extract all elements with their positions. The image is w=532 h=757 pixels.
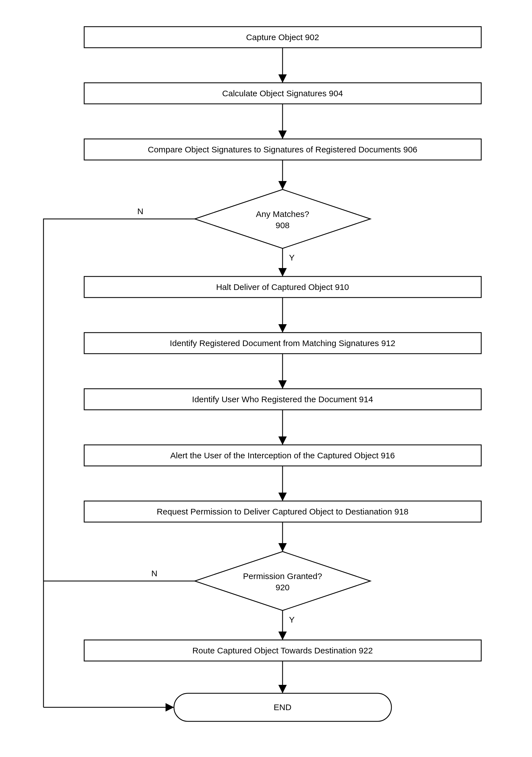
n914-ref: 914 <box>359 395 373 404</box>
edge-922-end <box>278 661 287 693</box>
n920-ref: 920 <box>276 583 290 592</box>
edge-902-904 <box>278 48 287 83</box>
svg-marker-30 <box>278 324 287 333</box>
n904-ref: 904 <box>329 89 343 98</box>
edge-904-906 <box>278 104 287 139</box>
label-920-yes: Y <box>289 615 295 624</box>
n910-ref: 910 <box>335 282 349 292</box>
svg-marker-32 <box>278 380 287 389</box>
edge-920-922-yes: Y <box>278 611 295 640</box>
process-identify-user: Identify User Who Registered the Documen… <box>84 389 481 410</box>
svg-marker-26 <box>278 181 287 190</box>
svg-text:Identify Registered Document f: Identify Registered Document from Matchi… <box>170 339 395 348</box>
n912-text: Identify Registered Document from Matchi… <box>170 339 379 348</box>
process-capture-object: Capture Object 902 <box>84 27 481 48</box>
edge-916-918 <box>278 466 287 501</box>
n916-text: Alert the User of the Interception of th… <box>170 451 379 460</box>
svg-text:Route Captured Object Towards : Route Captured Object Towards Destinatio… <box>192 646 372 655</box>
n902-text: Capture Object <box>246 33 303 42</box>
n912-ref: 912 <box>381 339 395 348</box>
decision-permission-granted: Permission Granted? 920 <box>195 552 370 611</box>
n910-text: Halt Deliver of Captured Object <box>216 282 333 292</box>
process-calculate-signatures: Calculate Object Signatures 904 <box>84 83 481 104</box>
label-908-no: N <box>137 207 143 216</box>
n922-ref: 922 <box>359 646 373 655</box>
label-920-no: N <box>151 569 158 578</box>
process-alert-user: Alert the User of the Interception of th… <box>84 445 481 466</box>
n904-text: Calculate Object Signatures <box>222 89 327 98</box>
svg-text:Halt Deliver of Captured Objec: Halt Deliver of Captured Object 910 <box>216 282 349 292</box>
svg-marker-40 <box>278 631 287 640</box>
svg-text:Request Permission to Deliver : Request Permission to Deliver Captured O… <box>157 507 408 516</box>
process-compare-signatures: Compare Object Signatures to Signatures … <box>84 139 481 160</box>
svg-text:Alert the User of the Intercep: Alert the User of the Interception of th… <box>170 451 395 460</box>
edge-918-920 <box>278 522 287 552</box>
svg-marker-24 <box>278 131 287 139</box>
n902-ref: 902 <box>305 33 319 42</box>
n918-ref: 918 <box>395 507 408 516</box>
svg-marker-43 <box>165 703 174 712</box>
n906-text: Compare Object Signatures to Signatures … <box>148 145 401 154</box>
edge-920-no: N <box>44 569 195 581</box>
process-halt-deliver: Halt Deliver of Captured Object 910 <box>84 277 481 297</box>
n908-ref: 908 <box>276 221 290 230</box>
n914-text: Identify User Who Registered the Documen… <box>192 395 357 404</box>
flowchart: Capture Object 902 Calculate Object Sign… <box>0 0 532 757</box>
svg-marker-17 <box>195 552 370 611</box>
edge-906-908 <box>278 160 287 190</box>
n918-text: Request Permission to Deliver Captured O… <box>157 507 392 516</box>
decision-any-matches: Any Matches? 908 <box>195 190 370 248</box>
svg-marker-42 <box>278 685 287 693</box>
svg-marker-28 <box>278 268 287 277</box>
n920-text: Permission Granted? <box>243 571 322 581</box>
n908-text: Any Matches? <box>256 209 309 219</box>
svg-text:Identify User Who Registered t: Identify User Who Registered the Documen… <box>192 395 373 404</box>
svg-text:Calculate Object Signatures
  : Calculate Object Signatures 904 <box>222 89 343 98</box>
n922-text: Route Captured Object Towards Destinatio… <box>192 646 356 655</box>
edge-914-916 <box>278 410 287 445</box>
svg-marker-38 <box>278 543 287 552</box>
process-identify-document: Identify Registered Document from Matchi… <box>84 333 481 354</box>
edge-no-branches-to-end <box>44 703 174 712</box>
process-request-permission: Request Permission to Deliver Captured O… <box>84 501 481 522</box>
end-text: END <box>274 703 291 712</box>
svg-marker-34 <box>278 437 287 445</box>
svg-marker-22 <box>278 75 287 83</box>
svg-marker-36 <box>278 493 287 501</box>
svg-text:Compare Object Signatures to S: Compare Object Signatures to Signatures … <box>148 145 418 154</box>
edge-910-912 <box>278 297 287 333</box>
n916-ref: 916 <box>381 451 395 460</box>
n906-ref: 906 <box>403 145 417 154</box>
edge-912-914 <box>278 354 287 389</box>
edge-908-910-yes: Y <box>278 248 295 277</box>
svg-marker-6 <box>195 190 370 248</box>
process-route-object: Route Captured Object Towards Destinatio… <box>84 640 481 661</box>
svg-text:Capture Object
         
     : Capture Object 902 <box>246 33 319 42</box>
terminator-end: END <box>174 693 392 721</box>
label-908-yes: Y <box>289 253 295 262</box>
